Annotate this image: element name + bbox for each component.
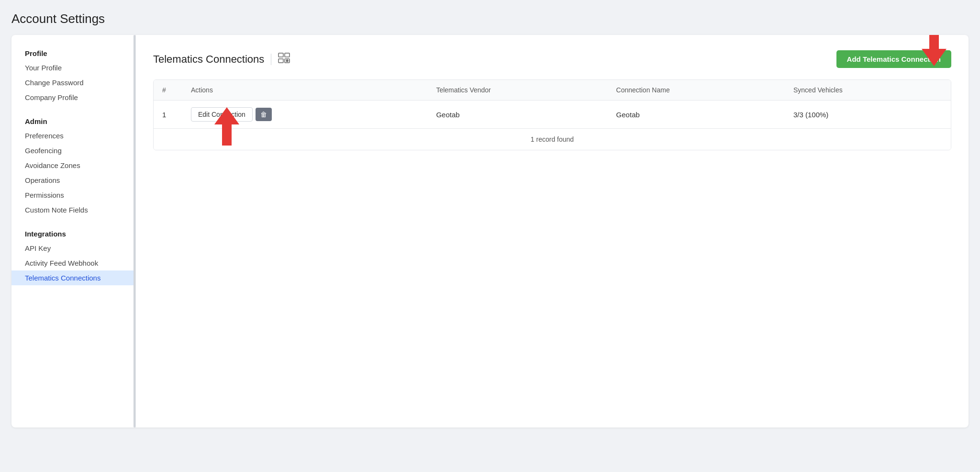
sidebar-item-your-profile[interactable]: Your Profile <box>11 60 135 75</box>
table-container: # Actions Telematics Vendor Connection N… <box>153 79 951 150</box>
sidebar-item-api-key[interactable]: API Key <box>11 241 135 256</box>
sidebar-item-telematics-connections[interactable]: Telematics Connections <box>11 270 135 285</box>
sidebar-section-title-2: Integrations <box>11 227 135 241</box>
sidebar-item-avoidance-zones[interactable]: Avoidance Zones <box>11 158 135 173</box>
sidebar-item-custom-note-fields[interactable]: Custom Note Fields <box>11 202 135 217</box>
col-synced-vehicles: Synced Vehicles <box>785 80 951 101</box>
table-header-row: # Actions Telematics Vendor Connection N… <box>154 80 951 101</box>
row-vendor: Geotab <box>427 101 607 129</box>
col-num: # <box>154 80 182 101</box>
sidebar-section-admin: AdminPreferencesGeofencingAvoidance Zone… <box>11 114 135 217</box>
svg-rect-0 <box>278 53 283 57</box>
svg-rect-1 <box>285 53 290 57</box>
col-vendor: Telematics Vendor <box>427 80 607 101</box>
sidebar-scrollbar[interactable] <box>134 35 135 427</box>
table-footer: 1 record found <box>154 128 951 150</box>
content-area: Telematics Connections Add Telematics Co… <box>136 35 969 427</box>
main-card: ProfileYour ProfileChange PasswordCompan… <box>11 35 969 427</box>
row-num: 1 <box>154 101 182 129</box>
row-actions: Edit Connection🗑 <box>182 101 427 129</box>
svg-rect-2 <box>278 59 283 63</box>
sidebar-item-change-password[interactable]: Change Password <box>11 75 135 90</box>
sidebar-item-company-profile[interactable]: Company Profile <box>11 90 135 105</box>
content-title-row: Telematics Connections <box>153 53 290 66</box>
add-telematics-connection-button[interactable]: Add Telematics Connection <box>836 50 951 68</box>
table-row: 1Edit Connection🗑GeotabGeotab3/3 (100%) <box>154 101 951 129</box>
sidebar-section-integrations: IntegrationsAPI KeyActivity Feed Webhook… <box>11 227 135 285</box>
content-header: Telematics Connections Add Telematics Co… <box>153 50 951 68</box>
telematics-table: # Actions Telematics Vendor Connection N… <box>153 79 951 150</box>
page-title: Account Settings <box>11 11 969 26</box>
delete-connection-button[interactable]: 🗑 <box>256 108 272 121</box>
sidebar-item-preferences[interactable]: Preferences <box>11 128 135 143</box>
title-divider <box>271 54 271 65</box>
sidebar-section-profile: ProfileYour ProfileChange PasswordCompan… <box>11 46 135 105</box>
sidebar-item-permissions[interactable]: Permissions <box>11 188 135 202</box>
svg-point-4 <box>286 59 289 62</box>
sidebar-item-geofencing[interactable]: Geofencing <box>11 143 135 158</box>
sidebar-section-title-0: Profile <box>11 46 135 60</box>
col-actions: Actions <box>182 80 427 101</box>
sidebar-item-activity-feed-webhook[interactable]: Activity Feed Webhook <box>11 256 135 270</box>
sidebar-item-operations[interactable]: Operations <box>11 173 135 188</box>
sidebar-section-title-1: Admin <box>11 114 135 128</box>
row-connection-name: Geotab <box>608 101 785 129</box>
telematics-icon <box>278 53 290 66</box>
sidebar: ProfileYour ProfileChange PasswordCompan… <box>11 35 136 427</box>
row-synced-vehicles: 3/3 (100%) <box>785 101 951 129</box>
content-title: Telematics Connections <box>153 53 264 66</box>
edit-connection-button[interactable]: Edit Connection <box>191 107 253 122</box>
col-connection-name: Connection Name <box>608 80 785 101</box>
